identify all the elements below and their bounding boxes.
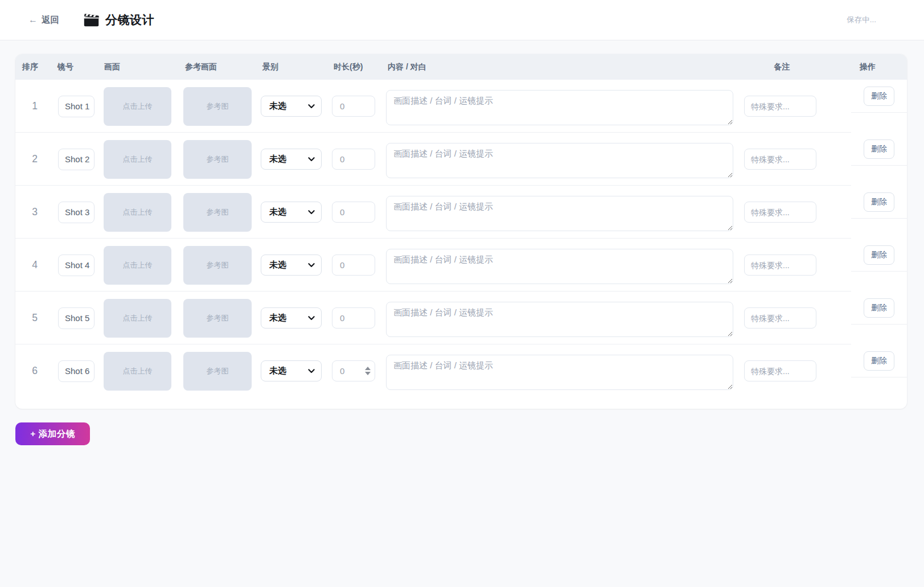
upload-label: 点击上传 <box>123 154 153 165</box>
shot-type-select[interactable]: 未选 <box>261 307 322 329</box>
shot-number-input[interactable] <box>58 254 95 276</box>
chevron-down-icon <box>308 263 315 268</box>
table-row: 6 点击上传 参考图 未选 <box>15 344 907 397</box>
storyboard-table: 排序 镜号 画面 参考画面 景别 时长(秒) 内容 / 对白 备注 操作 1 点… <box>15 54 907 409</box>
shot-type-value: 未选 <box>269 154 286 165</box>
reference-label: 参考图 <box>207 101 229 112</box>
shot-type-select[interactable]: 未选 <box>261 360 322 381</box>
row-order: 4 <box>15 259 54 271</box>
table-row: 4 点击上传 参考图 未选 <box>15 239 907 292</box>
chevron-down-icon <box>308 316 315 321</box>
frame-upload-box[interactable]: 点击上传 <box>104 140 171 179</box>
frame-upload-box[interactable]: 点击上传 <box>104 299 171 338</box>
upload-label: 点击上传 <box>123 260 153 270</box>
shot-type-select[interactable]: 未选 <box>261 202 322 223</box>
column-header-shot-type: 景别 <box>259 62 330 72</box>
shot-type-select[interactable]: 未选 <box>261 96 322 117</box>
notes-input[interactable] <box>744 96 816 117</box>
shot-number-input[interactable] <box>58 96 95 117</box>
reference-frame-box[interactable]: 参考图 <box>183 352 252 391</box>
notes-input[interactable] <box>744 307 816 329</box>
frame-upload-box[interactable]: 点击上传 <box>104 246 171 285</box>
upload-label: 点击上传 <box>123 366 153 376</box>
content-dialogue-textarea[interactable] <box>386 90 733 125</box>
frame-upload-box[interactable]: 点击上传 <box>104 87 171 126</box>
column-header-duration: 时长(秒) <box>330 62 384 72</box>
row-order: 5 <box>15 312 54 324</box>
notes-input[interactable] <box>744 360 816 381</box>
back-arrow-icon: ← <box>28 15 38 25</box>
shot-type-value: 未选 <box>269 260 286 270</box>
table-row: 1 点击上传 参考图 未选 <box>15 80 907 133</box>
upload-label: 点击上传 <box>123 313 153 323</box>
chevron-down-icon <box>308 210 315 215</box>
reference-label: 参考图 <box>207 313 229 323</box>
notes-input[interactable] <box>744 254 816 276</box>
duration-input[interactable] <box>332 149 375 170</box>
back-button[interactable]: ← 返回 <box>28 14 59 26</box>
delete-button[interactable]: 删除 <box>864 245 894 265</box>
column-header-frame: 画面 <box>101 62 182 72</box>
notes-input[interactable] <box>744 202 816 223</box>
clapperboard-icon <box>84 13 99 27</box>
delete-button[interactable]: 删除 <box>864 298 894 318</box>
content-dialogue-textarea[interactable] <box>386 196 733 231</box>
row-order: 2 <box>15 153 54 165</box>
reference-label: 参考图 <box>207 154 229 165</box>
reference-label: 参考图 <box>207 207 229 217</box>
shot-number-input[interactable] <box>58 307 95 329</box>
number-spinner-icon[interactable] <box>363 364 372 378</box>
upload-label: 点击上传 <box>123 101 153 112</box>
delete-button[interactable]: 删除 <box>864 351 894 371</box>
frame-upload-box[interactable]: 点击上传 <box>104 352 171 391</box>
content-dialogue-textarea[interactable] <box>386 143 733 178</box>
reference-frame-box[interactable]: 参考图 <box>183 140 252 179</box>
shot-number-input[interactable] <box>58 149 95 170</box>
page-title-text: 分镜设计 <box>105 12 154 28</box>
content-dialogue-textarea[interactable] <box>386 355 733 390</box>
notes-input[interactable] <box>744 149 816 170</box>
reference-frame-box[interactable]: 参考图 <box>183 246 252 285</box>
reference-frame-box[interactable]: 参考图 <box>183 299 252 338</box>
chevron-down-icon <box>308 104 315 109</box>
add-shot-button[interactable]: + 添加分镜 <box>15 422 90 445</box>
row-order: 6 <box>15 365 54 377</box>
shot-type-select[interactable]: 未选 <box>261 254 322 276</box>
chevron-down-icon <box>308 157 315 162</box>
shot-number-input[interactable] <box>58 202 95 223</box>
table-body: 1 点击上传 参考图 未选 <box>15 80 907 397</box>
shot-type-value: 未选 <box>269 207 286 217</box>
table-row: 5 点击上传 参考图 未选 <box>15 292 907 344</box>
saving-status: 保存中... <box>847 15 876 25</box>
delete-button[interactable]: 删除 <box>864 87 894 106</box>
duration-input[interactable] <box>332 254 375 276</box>
upload-label: 点击上传 <box>123 207 153 217</box>
shot-type-value: 未选 <box>269 101 286 112</box>
page-title: 分镜设计 <box>84 12 154 28</box>
column-header-reference: 参考画面 <box>182 62 259 72</box>
shot-number-input[interactable] <box>58 360 95 382</box>
delete-button[interactable]: 删除 <box>864 192 894 212</box>
reference-frame-box[interactable]: 参考图 <box>183 193 252 232</box>
main-content: 排序 镜号 画面 参考画面 景别 时长(秒) 内容 / 对白 备注 操作 1 点… <box>0 40 924 445</box>
duration-input[interactable] <box>332 96 375 117</box>
reference-frame-box[interactable]: 参考图 <box>183 87 252 126</box>
back-label: 返回 <box>42 14 59 26</box>
column-header-order: 排序 <box>15 62 54 72</box>
content-dialogue-textarea[interactable] <box>386 249 733 284</box>
row-order: 1 <box>15 100 54 112</box>
shot-type-select[interactable]: 未选 <box>261 149 322 170</box>
frame-upload-box[interactable]: 点击上传 <box>104 193 171 232</box>
reference-label: 参考图 <box>207 366 229 376</box>
shot-type-value: 未选 <box>269 366 286 376</box>
duration-input[interactable] <box>332 202 375 223</box>
duration-input[interactable] <box>332 307 375 329</box>
chevron-down-icon <box>308 369 315 373</box>
delete-button[interactable]: 删除 <box>864 139 894 159</box>
content-dialogue-textarea[interactable] <box>386 302 733 337</box>
column-header-content: 内容 / 对白 <box>384 62 736 72</box>
shot-type-value: 未选 <box>269 313 286 323</box>
table-row: 2 点击上传 参考图 未选 <box>15 133 907 186</box>
table-row: 3 点击上传 参考图 未选 <box>15 186 907 239</box>
topbar: ← 返回 分镜设计 保存中... <box>0 0 924 40</box>
